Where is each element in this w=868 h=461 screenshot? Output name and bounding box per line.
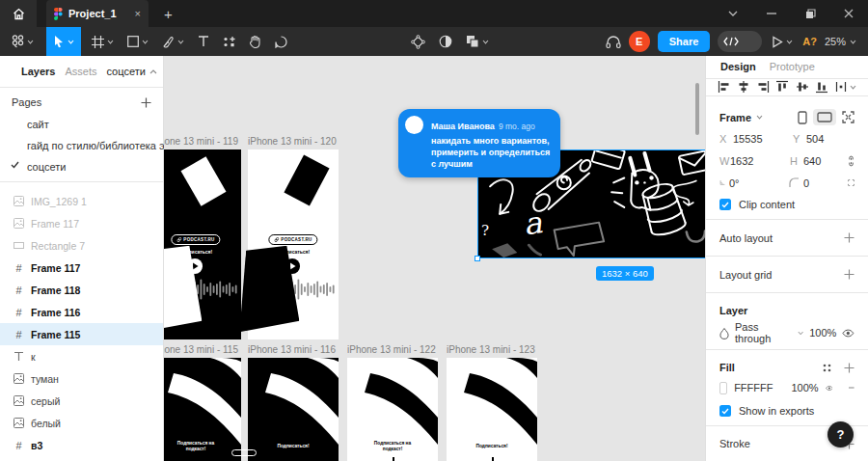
hand-tool-button[interactable] [242, 27, 268, 56]
window-minimize-icon[interactable] [752, 0, 791, 27]
layer-row[interactable]: IMG_1269 1 [0, 190, 163, 212]
tab-layers[interactable]: Layers [21, 66, 55, 77]
layer-row[interactable]: # Frame 118 [0, 279, 163, 301]
tab-close-icon[interactable]: × [135, 8, 141, 19]
window-close-icon[interactable] [829, 0, 868, 27]
design-frame-115[interactable]: Подписаться на подкаст! [164, 358, 241, 461]
window-restore-icon[interactable] [791, 0, 829, 27]
layer-row[interactable]: # Frame 117 [0, 257, 163, 279]
layer-row[interactable]: Frame 117 [0, 212, 163, 234]
add-auto-layout-icon[interactable] [844, 232, 854, 243]
fill-color-swatch[interactable] [719, 382, 727, 394]
x-input[interactable] [733, 133, 777, 145]
landscape-orientation-button[interactable] [813, 109, 836, 125]
layer-row[interactable]: Rectangle 7 [0, 234, 163, 257]
design-frame-123[interactable]: Подписаться! [447, 358, 537, 461]
move-tool-button[interactable] [46, 27, 81, 56]
align-horizontal-center-icon[interactable] [737, 80, 750, 94]
mask-button[interactable] [432, 27, 459, 56]
width-input[interactable] [730, 155, 774, 167]
dev-mode-toggle[interactable] [718, 31, 762, 52]
blend-mode-value[interactable]: Pass through [735, 321, 792, 344]
corner-radius-input[interactable] [803, 177, 848, 189]
page-item-socseti[interactable]: соцсети [0, 156, 163, 177]
eye-icon[interactable] [826, 384, 833, 393]
align-bottom-icon[interactable] [815, 80, 828, 94]
new-tab-button[interactable]: + [149, 0, 188, 27]
layer-row[interactable]: # в3 [0, 434, 163, 456]
tidy-up-button[interactable] [834, 80, 856, 94]
tab-assets[interactable]: Assets [65, 66, 96, 77]
canvas-scrollbar[interactable] [695, 83, 699, 135]
height-input[interactable] [803, 155, 848, 167]
frame-tool-button[interactable] [85, 27, 121, 56]
styles-icon[interactable] [822, 363, 832, 373]
text-tool-button[interactable] [191, 27, 216, 56]
podcast-badge: PODCAST.RU [171, 234, 220, 245]
align-right-icon[interactable] [756, 80, 770, 94]
frame-label[interactable]: iPhone 13 mini - 120 [248, 136, 337, 147]
selection-handle-bottom-left[interactable] [475, 256, 480, 261]
resources-button[interactable] [216, 27, 242, 56]
align-left-icon[interactable] [718, 80, 731, 94]
page-item-sait[interactable]: сайт [0, 114, 163, 135]
zoom-level-selector[interactable]: 25% [825, 36, 856, 47]
avatar[interactable]: E [629, 31, 650, 52]
main-menu-button[interactable] [0, 27, 41, 56]
canvas[interactable]: iPhone 13 mini - 119 iPhone 13 mini - 12… [164, 56, 705, 461]
frame-label[interactable]: iPhone 13 mini - 122 [347, 344, 436, 355]
present-button[interactable] [770, 36, 795, 48]
help-button[interactable]: ? [827, 421, 854, 447]
pen-tool-button[interactable] [155, 27, 191, 56]
layer-row[interactable]: серый [0, 390, 163, 412]
layer-row[interactable]: туман [0, 367, 163, 390]
fill-hex-value[interactable]: FFFFFF [734, 382, 773, 393]
share-button[interactable]: Share [658, 31, 711, 52]
edit-object-button[interactable] [404, 27, 432, 56]
fill-opacity-value[interactable]: 100% [791, 382, 818, 393]
boolean-group-button[interactable] [459, 27, 496, 56]
portrait-orientation-icon[interactable] [798, 111, 807, 124]
align-top-icon[interactable] [775, 80, 789, 94]
frame-label[interactable]: iPhone 13 mini - 116 [248, 344, 336, 355]
constrain-proportions-icon[interactable] [848, 154, 854, 168]
design-frame-120[interactable]: PODCAST.RU Подписаться! [248, 149, 339, 339]
show-in-exports-checkbox[interactable] [719, 405, 731, 417]
comment-tool-button[interactable] [268, 27, 294, 56]
y-input[interactable] [806, 133, 851, 145]
layer-row[interactable]: к [0, 345, 163, 367]
comment-bubble[interactable]: Маша Иванова9 mo. ago накидать много вар… [398, 109, 560, 177]
shape-tool-button[interactable] [121, 27, 155, 56]
independent-corners-icon[interactable] [848, 176, 854, 189]
resize-to-fit-icon[interactable] [842, 111, 854, 123]
headphones-icon[interactable] [606, 35, 621, 49]
remove-fill-icon[interactable] [849, 387, 854, 389]
design-frame-119[interactable]: PODCAST.RU Подписаться! [164, 149, 241, 339]
tab-design[interactable]: Design [720, 61, 756, 72]
clip-content-checkbox[interactable] [719, 199, 731, 210]
rotation-input[interactable] [729, 177, 773, 189]
document-tab[interactable]: Project_1 × [46, 0, 149, 27]
frame-label[interactable]: iPhone 13 mini - 115 [164, 344, 238, 355]
add-layout-grid-icon[interactable] [844, 269, 854, 280]
add-fill-icon[interactable] [844, 363, 854, 373]
add-page-icon[interactable] [141, 97, 151, 108]
layer-opacity-value[interactable]: 100% [809, 327, 836, 339]
frame-section-title[interactable]: Frame [719, 112, 751, 123]
align-vertical-center-icon[interactable] [796, 80, 809, 94]
eye-icon[interactable] [842, 329, 854, 338]
page-item-guide[interactable]: гайд по стилю/библиотека эле... [0, 135, 163, 156]
design-frame-122[interactable]: Подписаться на подкаст! [347, 358, 438, 461]
layer-row[interactable]: # Frame 116 [0, 301, 163, 323]
design-frame-116[interactable]: Подписаться! [248, 358, 339, 461]
frame-label[interactable]: iPhone 13 mini - 119 [164, 136, 238, 147]
blend-mode-icon[interactable] [719, 327, 729, 339]
window-menu-chevron-icon[interactable] [714, 0, 752, 27]
home-button[interactable] [0, 0, 37, 27]
tab-prototype[interactable]: Prototype [770, 61, 815, 72]
frame-label[interactable]: iPhone 13 mini - 123 [447, 344, 535, 355]
layer-row[interactable]: белый [0, 412, 163, 434]
layer-row-selected[interactable]: # Frame 115 [0, 323, 163, 345]
feedback-badge[interactable]: A? [802, 36, 817, 47]
page-selector[interactable]: соцсети [107, 66, 157, 77]
